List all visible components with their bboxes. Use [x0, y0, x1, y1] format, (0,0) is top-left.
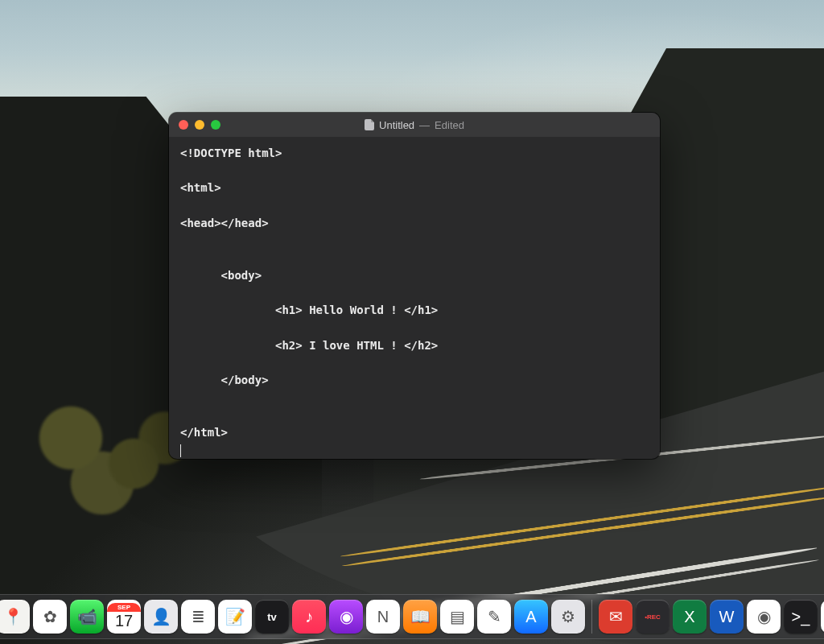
dock-app-contacts[interactable]: 👤 — [144, 600, 178, 634]
dock-app-music[interactable]: ♪ — [292, 600, 326, 634]
dock-app-news[interactable]: N — [366, 600, 400, 634]
editor-content[interactable]: <!DOCTYPE html> <html> <head></head> <bo… — [169, 137, 660, 459]
dock-app-excel[interactable]: X — [673, 600, 707, 634]
document-name: Untitled — [379, 119, 414, 131]
dock-app-tv[interactable]: tv — [255, 600, 289, 634]
dock-app-podcasts[interactable]: ◉ — [329, 600, 363, 634]
dock-app-reminders[interactable]: ≣ — [181, 600, 215, 634]
window-titlebar[interactable]: Untitled — Edited — [169, 113, 660, 137]
dock-app-terminal[interactable]: >_ — [784, 600, 818, 634]
dock[interactable]: 🙂▦3🧭✉︎10💬📍✿📹SEP17👤≣📝tv♪◉N📖▤✎A⚙︎✉︎•RECXW◉… — [0, 594, 824, 639]
window-close-button[interactable] — [179, 120, 188, 130]
dock-app-calendar[interactable]: SEP17 — [107, 600, 141, 634]
desktop: Untitled — Edited <!DOCTYPE html> <html>… — [0, 0, 824, 644]
dock-app-maps[interactable]: 📍 — [0, 600, 30, 634]
dock-app-system-settings[interactable]: ⚙︎ — [551, 600, 585, 634]
dock-app-app-store[interactable]: A — [514, 600, 548, 634]
window-minimize-button[interactable] — [195, 120, 204, 130]
text-editor-window[interactable]: Untitled — Edited <!DOCTYPE html> <html>… — [169, 113, 660, 459]
dock-app-photos[interactable]: ✿ — [33, 600, 67, 634]
dock-app-chrome[interactable]: ◉ — [747, 600, 781, 634]
dock-app-notes[interactable]: 📝 — [218, 600, 252, 634]
document-icon — [365, 119, 374, 130]
window-zoom-button[interactable] — [211, 120, 220, 130]
dock-app-mail-client[interactable]: ✉︎ — [599, 600, 632, 634]
window-title: Untitled — Edited — [169, 119, 660, 131]
document-status: Edited — [435, 119, 464, 131]
dock-container: 🙂▦3🧭✉︎10💬📍✿📹SEP17👤≣📝tv♪◉N📖▤✎A⚙︎✉︎•RECXW◉… — [0, 594, 824, 639]
dock-app-books[interactable]: 📖 — [403, 600, 437, 634]
dock-app-pages[interactable]: ✎ — [477, 600, 511, 634]
dock-app-word[interactable]: W — [710, 600, 744, 634]
dock-app-facetime[interactable]: 📹 — [70, 600, 104, 634]
dock-separator — [591, 600, 592, 634]
dock-app-recorder[interactable]: •REC — [636, 600, 670, 634]
dock-app-numbers[interactable]: ▤ — [440, 600, 474, 634]
dock-app-slack[interactable]: ✱ — [821, 600, 824, 634]
